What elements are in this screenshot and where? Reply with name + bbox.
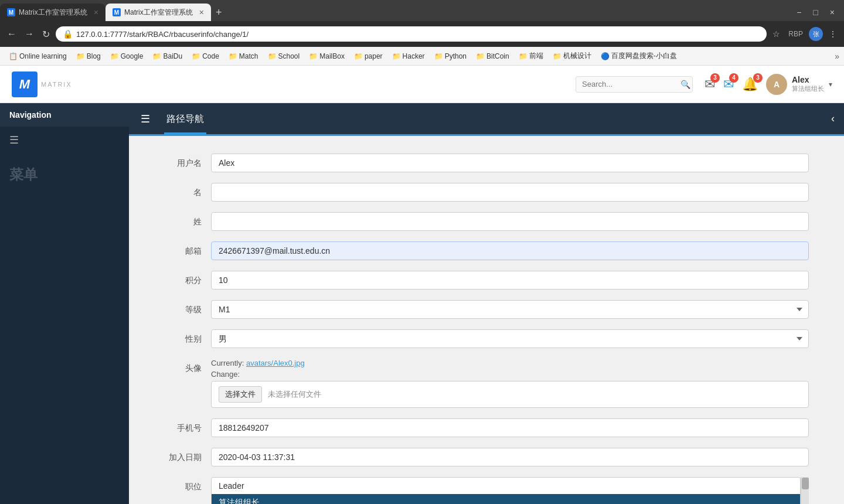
bookmark-python[interactable]: 📁 Python bbox=[430, 50, 471, 62]
url-text: 127.0.0.1:7777/stark/RBAC/rbacuserinfo/c… bbox=[76, 30, 760, 39]
form-area: 用户名 名 姓 邮箱 bbox=[129, 136, 844, 504]
bookmark-blog[interactable]: 📁 Blog bbox=[72, 50, 105, 62]
main-layout: Navigation ☰ 菜单 ☰ 路径导航 ‹ 用户名 bbox=[0, 103, 844, 504]
field-gender: 男 女 bbox=[211, 329, 809, 348]
label-username: 用户名 bbox=[164, 154, 211, 169]
bookmark-icon-mailbox: 📁 bbox=[309, 52, 318, 60]
bookmark-label-blog: Blog bbox=[87, 52, 101, 60]
select-gender[interactable]: 男 女 bbox=[211, 329, 809, 348]
bookmark-google[interactable]: 📁 Google bbox=[106, 50, 148, 62]
user-info[interactable]: A Alex 算法组组长 ▾ bbox=[766, 74, 832, 95]
bookmark-school[interactable]: 📁 School bbox=[264, 50, 304, 62]
sidebar-nav-header: Navigation bbox=[0, 103, 129, 127]
input-join-date[interactable] bbox=[211, 448, 809, 466]
tab-1[interactable]: M Matrix工作室管理系统 × bbox=[0, 4, 106, 21]
bookmarks-more-button[interactable]: » bbox=[835, 52, 839, 61]
reload-button[interactable]: ↻ bbox=[40, 26, 52, 42]
logo-text: MATRIX bbox=[41, 81, 72, 88]
list-item-algo-leader[interactable]: 算法组组长 bbox=[212, 494, 800, 504]
bookmark-online-learning[interactable]: 📋 Online learning bbox=[5, 50, 71, 62]
bookmark-code[interactable]: 📁 Code bbox=[188, 50, 223, 62]
search-input[interactable] bbox=[582, 80, 680, 88]
list-item-leader[interactable]: Leader bbox=[212, 478, 800, 494]
position-listbox: Leader 算法组组长 前端组组长 后端组组长... bbox=[211, 477, 801, 504]
profile-button[interactable]: 张 bbox=[809, 27, 823, 41]
bookmark-bitcoin[interactable]: 📁 BitCoin bbox=[472, 50, 513, 62]
input-email[interactable] bbox=[211, 241, 809, 260]
input-username[interactable] bbox=[211, 154, 809, 172]
browser-chrome: M Matrix工作室管理系统 × M Matrix工作室管理系统 × + − … bbox=[0, 0, 844, 66]
field-phone bbox=[211, 418, 809, 437]
logo-letter: M bbox=[19, 77, 30, 92]
bookmark-icon-blog: 📁 bbox=[76, 52, 85, 60]
extensions-button[interactable]: RBP bbox=[786, 27, 805, 41]
sidebar-menu-area: 菜单 bbox=[0, 154, 129, 504]
search-box: 🔍 bbox=[576, 76, 693, 93]
tab-close-1[interactable]: × bbox=[94, 8, 98, 17]
forward-button[interactable]: → bbox=[22, 26, 36, 42]
bookmark-mailbox[interactable]: 📁 MailBox bbox=[305, 50, 349, 62]
bookmark-icon-match: 📁 bbox=[229, 52, 237, 60]
input-lastname[interactable] bbox=[211, 212, 809, 231]
form-row-gender: 性别 男 女 bbox=[164, 329, 809, 348]
content-area: ☰ 路径导航 ‹ 用户名 名 姓 bbox=[129, 103, 844, 504]
avatar: A bbox=[766, 74, 787, 95]
user-name: Alex bbox=[792, 75, 824, 84]
input-phone[interactable] bbox=[211, 418, 809, 437]
maximize-button[interactable]: □ bbox=[808, 6, 822, 18]
bookmark-paper[interactable]: 📁 paper bbox=[350, 50, 387, 62]
avatar-current: Currently: avatars/Alex0.jpg bbox=[211, 359, 809, 367]
bookmark-match[interactable]: 📁 Match bbox=[224, 50, 263, 62]
bookmark-baidu[interactable]: 📁 BaiDu bbox=[148, 50, 186, 62]
minimize-button[interactable]: − bbox=[792, 6, 806, 18]
bookmark-label-code: Code bbox=[202, 52, 219, 60]
sidebar-menu-label: 菜单 bbox=[9, 165, 120, 184]
notification-badge: 3 bbox=[753, 73, 763, 83]
header-icons: ✉ 3 ✉ 4 🔔 3 bbox=[705, 77, 758, 92]
label-lastname: 姓 bbox=[164, 212, 211, 227]
user-role: 算法组组长 bbox=[792, 84, 824, 93]
mail-icon-wrap[interactable]: ✉ 4 bbox=[723, 77, 734, 92]
position-scrollbar[interactable] bbox=[801, 477, 809, 504]
bookmark-frontend[interactable]: 📁 前端 bbox=[515, 49, 547, 63]
avatar-section: Currently: avatars/Alex0.jpg Change: 选择文… bbox=[211, 359, 809, 408]
header-search: 🔍 bbox=[576, 76, 693, 93]
tab-2[interactable]: M Matrix工作室管理系统 × bbox=[106, 4, 211, 21]
back-button[interactable]: ← bbox=[5, 26, 19, 42]
form-row-lastname: 姓 bbox=[164, 212, 809, 231]
avatar-change: Change: bbox=[211, 370, 809, 379]
avatar-current-link[interactable]: avatars/Alex0.jpg bbox=[246, 359, 305, 367]
bookmark-icon-paper: 📁 bbox=[354, 52, 363, 60]
file-choose-button[interactable]: 选择文件 bbox=[219, 386, 262, 403]
bookmark-label-bitcoin: BitCoin bbox=[486, 52, 509, 60]
bookmark-label-mechanical: 机械设计 bbox=[563, 51, 591, 61]
bookmark-hacker[interactable]: 📁 Hacker bbox=[388, 50, 429, 62]
field-avatar: Currently: avatars/Alex0.jpg Change: 选择文… bbox=[211, 359, 809, 408]
select-level[interactable]: M1 M2 M3 bbox=[211, 300, 809, 319]
bookmark-label-paper: paper bbox=[365, 52, 383, 60]
tab-title-2: Matrix工作室管理系统 bbox=[124, 8, 196, 18]
messages-icon-wrap[interactable]: ✉ 3 bbox=[705, 77, 715, 92]
bookmark-icon-baidu: 📁 bbox=[152, 52, 161, 60]
tab-close-2[interactable]: × bbox=[199, 8, 204, 17]
sidebar-toggle-button[interactable]: ☰ bbox=[9, 134, 19, 147]
bookmark-mechanical[interactable]: 📁 机械设计 bbox=[549, 49, 595, 63]
new-tab-button[interactable]: + bbox=[211, 4, 227, 21]
close-window-button[interactable]: × bbox=[825, 6, 839, 18]
label-gender: 性别 bbox=[164, 329, 211, 345]
bookmark-icon-school: 📁 bbox=[268, 52, 277, 60]
address-actions: ☆ RBP 张 ⋮ bbox=[770, 27, 839, 41]
input-score[interactable] bbox=[211, 271, 809, 290]
user-dropdown-arrow[interactable]: ▾ bbox=[829, 80, 832, 88]
url-bar[interactable]: 🔒 127.0.0.1:7777/stark/RBAC/rbacuserinfo… bbox=[56, 26, 767, 42]
menu-button[interactable]: ⋮ bbox=[826, 27, 839, 41]
breadcrumb-text: 路径导航 bbox=[164, 106, 206, 134]
bookmark-baidu-disk[interactable]: 🔵 百度网盘搜索-小白盘 bbox=[597, 49, 681, 63]
breadcrumb-collapse-button[interactable]: ‹ bbox=[831, 113, 835, 125]
breadcrumb-toggle-button[interactable]: ☰ bbox=[141, 113, 150, 125]
file-no-selection-text: 未选择任何文件 bbox=[268, 389, 321, 400]
input-firstname[interactable] bbox=[211, 183, 809, 202]
bookmark-label-baidu: BaiDu bbox=[163, 52, 182, 60]
notification-icon-wrap[interactable]: 🔔 3 bbox=[742, 77, 758, 92]
bookmark-button[interactable]: ☆ bbox=[770, 27, 782, 41]
